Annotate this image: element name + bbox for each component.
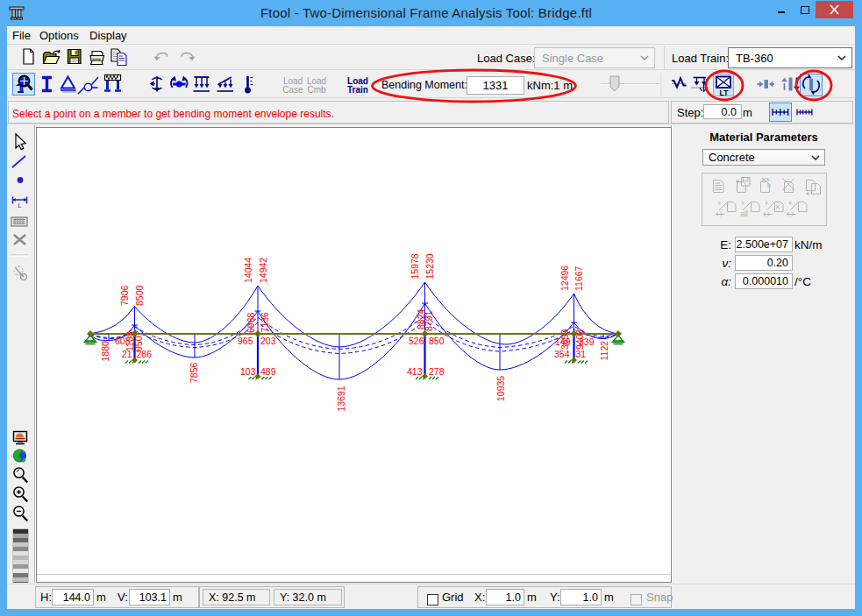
svg-text:8791: 8791 bbox=[424, 310, 434, 331]
svg-text:339: 339 bbox=[579, 336, 595, 347]
svg-text:149: 149 bbox=[555, 336, 571, 347]
svg-text:103: 103 bbox=[240, 366, 256, 377]
svg-text:8500: 8500 bbox=[134, 285, 145, 306]
svg-text:608: 608 bbox=[115, 336, 131, 346]
svg-text:L: L bbox=[18, 202, 22, 209]
svg-text:12496: 12496 bbox=[559, 266, 570, 291]
svg-text:15230: 15230 bbox=[424, 253, 435, 279]
svg-text:6968: 6968 bbox=[246, 312, 256, 333]
svg-text:b: b bbox=[767, 182, 771, 188]
svg-text:489: 489 bbox=[260, 366, 276, 377]
svg-text:278: 278 bbox=[429, 366, 445, 377]
svg-text:11667: 11667 bbox=[573, 266, 584, 291]
svg-text:13691: 13691 bbox=[336, 386, 346, 411]
svg-text:850: 850 bbox=[429, 336, 445, 346]
svg-text:31: 31 bbox=[576, 349, 587, 359]
svg-text:a: a bbox=[766, 176, 769, 182]
svg-text:354: 354 bbox=[554, 349, 570, 359]
svg-text:1122: 1122 bbox=[599, 341, 609, 361]
svg-text:203: 203 bbox=[260, 336, 276, 346]
svg-text:LT: LT bbox=[720, 89, 730, 97]
svg-text:14942: 14942 bbox=[258, 258, 268, 283]
svg-text:7136: 7136 bbox=[260, 312, 270, 333]
svg-text:413: 413 bbox=[407, 366, 423, 377]
svg-text:1880: 1880 bbox=[100, 341, 110, 362]
svg-text:965: 965 bbox=[238, 336, 253, 346]
svg-text:all: all bbox=[741, 209, 749, 218]
svg-text:526: 526 bbox=[409, 336, 424, 346]
svg-text:15978: 15978 bbox=[410, 253, 420, 279]
svg-text:286: 286 bbox=[137, 349, 153, 359]
svg-text:14044: 14044 bbox=[243, 258, 253, 283]
svg-text:7906: 7906 bbox=[119, 285, 130, 306]
svg-text:21: 21 bbox=[122, 349, 132, 359]
svg-text:7856: 7856 bbox=[189, 362, 199, 383]
svg-text:10935: 10935 bbox=[495, 376, 506, 401]
